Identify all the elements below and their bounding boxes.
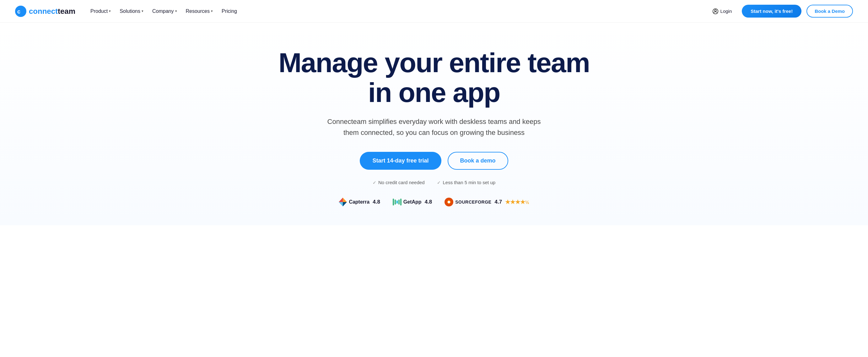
login-button[interactable]: Login [707, 6, 737, 17]
nav-product-label: Product [90, 8, 108, 14]
start-trial-button[interactable]: Start 14-day free trial [360, 152, 441, 170]
svg-marker-4 [343, 198, 347, 202]
nav-pricing-label: Pricing [222, 8, 237, 14]
nav-links: Product ▾ Solutions ▾ Company ▾ Resource… [87, 6, 241, 17]
logo[interactable]: c connectteam [15, 6, 75, 17]
getapp-review: GetApp 4.8 [393, 199, 432, 205]
hero-section: Manage your entire team in one app Conne… [0, 23, 868, 225]
nav-resources-label: Resources [186, 8, 210, 14]
capterra-score: 4.8 [373, 199, 380, 205]
svg-rect-10 [397, 200, 398, 204]
user-circle-icon [712, 8, 719, 14]
login-label: Login [720, 8, 732, 14]
svg-point-0 [15, 6, 26, 17]
nav-company-label: Company [152, 8, 174, 14]
svg-marker-7 [339, 198, 343, 202]
company-chevron-icon: ▾ [175, 9, 177, 13]
svg-rect-12 [400, 199, 402, 205]
book-demo-nav-button[interactable]: Book a Demo [806, 5, 853, 18]
sourceforge-icon [444, 198, 453, 206]
hero-reviews: Capterra 4.8 GetApp 4.8 [339, 198, 529, 206]
nav-item-product[interactable]: Product ▾ [87, 6, 115, 17]
check-icon-2: ✓ [437, 180, 441, 185]
no-credit-card-badge: ✓ No credit card needed [373, 180, 425, 185]
svg-point-14 [448, 201, 450, 203]
capterra-name: Capterra [349, 199, 370, 205]
setup-time-badge: ✓ Less than 5 min to set up [437, 180, 495, 185]
navbar-right: Login Start now, it's free! Book a Demo [707, 5, 853, 18]
svg-rect-8 [393, 199, 394, 205]
solutions-chevron-icon: ▾ [142, 9, 144, 13]
navbar: c connectteam Product ▾ Solutions ▾ [0, 0, 868, 23]
logo-text: connectteam [29, 7, 75, 16]
sourceforge-logo: SourceForge [444, 198, 491, 206]
svg-rect-9 [395, 199, 396, 204]
sourceforge-review: SourceForge 4.7 ★★★★½ [444, 198, 529, 206]
nav-item-pricing[interactable]: Pricing [218, 6, 241, 17]
svg-marker-5 [339, 202, 343, 206]
nav-solutions-label: Solutions [120, 8, 140, 14]
book-demo-hero-button[interactable]: Book a demo [448, 152, 508, 170]
getapp-score: 4.8 [425, 199, 432, 205]
svg-point-3 [714, 9, 716, 11]
svg-rect-11 [398, 199, 400, 204]
nav-item-resources[interactable]: Resources ▾ [182, 6, 217, 17]
hero-buttons: Start 14-day free trial Book a demo [360, 152, 508, 170]
getapp-name: GetApp [403, 199, 422, 205]
hero-title: Manage your entire team in one app [278, 48, 590, 107]
badge-text-1: No credit card needed [378, 180, 425, 185]
product-chevron-icon: ▾ [109, 9, 111, 13]
sourceforge-score: 4.7 [494, 199, 502, 205]
check-icon-1: ✓ [373, 180, 376, 185]
hero-subtitle: Connecteam simplifies everyday work with… [321, 116, 547, 138]
svg-marker-6 [343, 202, 347, 206]
start-now-button[interactable]: Start now, it's free! [742, 5, 801, 18]
getapp-icon [393, 199, 402, 205]
capterra-logo: Capterra [339, 198, 370, 206]
badge-text-2: Less than 5 min to set up [443, 180, 495, 185]
capterra-icon [339, 198, 347, 206]
logo-icon: c [15, 6, 26, 17]
resources-chevron-icon: ▾ [211, 9, 213, 13]
getapp-logo: GetApp [393, 199, 422, 205]
sourceforge-stars: ★★★★½ [505, 199, 529, 205]
nav-item-solutions[interactable]: Solutions ▾ [116, 6, 147, 17]
nav-item-company[interactable]: Company ▾ [149, 6, 181, 17]
hero-badges: ✓ No credit card needed ✓ Less than 5 mi… [373, 180, 495, 185]
sourceforge-name: SourceForge [455, 199, 491, 204]
navbar-left: c connectteam Product ▾ Solutions ▾ [15, 6, 241, 17]
svg-text:c: c [17, 8, 21, 15]
capterra-review: Capterra 4.8 [339, 198, 380, 206]
